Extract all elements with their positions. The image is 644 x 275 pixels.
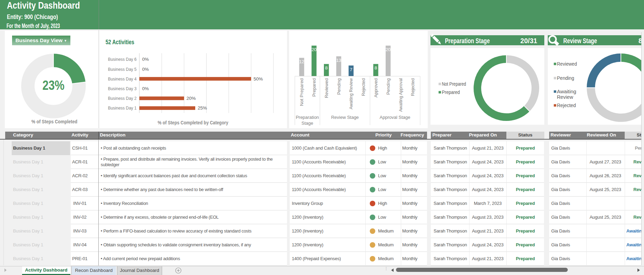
svg-text:50%: 50% [254,76,263,82]
svg-text:0%: 0% [142,86,149,91]
svg-text:7: 7 [350,67,353,72]
svg-text:Not Prepared: Not Prepared [442,81,466,87]
svg-text:Business Day 2: Business Day 2 [108,96,137,101]
svg-text:Pending: Pending [557,75,574,81]
svg-text:20: 20 [386,47,391,52]
svg-text:Business Day 1: Business Day 1 [108,105,137,111]
svg-text:25%: 25% [198,105,207,111]
svg-text:Stage: Stage [301,121,313,126]
svg-text:Awaiting Review: Awaiting Review [348,78,354,110]
svg-text:Rejected: Rejected [410,78,415,96]
svg-text:Rejected: Rejected [557,102,576,108]
svg-text:Business Day 3: Business Day 3 [108,86,137,91]
svg-text:Approved: Approved [373,78,378,98]
svg-text:20: 20 [311,47,317,52]
svg-text:Approval Stage: Approval Stage [380,115,410,120]
svg-text:Business Day 6: Business Day 6 [108,57,137,62]
svg-text:0%: 0% [142,57,149,62]
svg-text:Preparation: Preparation [296,115,319,120]
svg-text:Pending: Pending [386,78,391,95]
svg-text:Business Day 4: Business Day 4 [108,76,137,82]
svg-text:Awaiting Approval: Awaiting Approval [398,78,403,112]
svg-text:Rejected: Rejected [361,78,366,96]
svg-text:20%: 20% [187,96,196,101]
svg-text:0%: 0% [142,67,149,72]
svg-text:Reviewed: Reviewed [324,78,329,98]
svg-text:Business Day 5: Business Day 5 [108,67,137,72]
svg-text:Not Prepared: Not Prepared [299,78,304,106]
svg-text:12: 12 [299,59,304,64]
svg-text:8: 8 [325,65,328,70]
svg-text:Prepared: Prepared [442,89,460,95]
svg-text:Reviewed: Reviewed [557,61,577,67]
svg-text:8: 8 [375,65,377,70]
svg-text:13: 13 [336,58,341,63]
svg-text:Review Stage: Review Stage [331,115,359,120]
svg-text:Pending: Pending [336,78,341,95]
svg-text:Review: Review [557,94,573,100]
svg-text:Awaiting: Awaiting [557,88,576,94]
svg-text:Prepared: Prepared [311,78,317,97]
